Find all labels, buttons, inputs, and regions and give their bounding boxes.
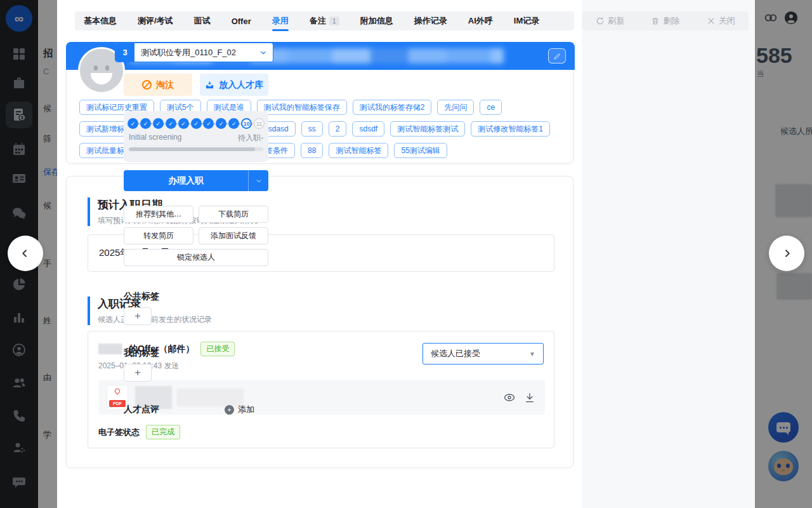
- candidate-tag[interactable]: ss: [301, 121, 323, 137]
- preview-button[interactable]: [503, 391, 516, 404]
- esign-status-badge: 已完成: [146, 425, 180, 439]
- tab-2[interactable]: 测评/考试: [138, 11, 173, 30]
- section-subtitle: 候选人正式入职前发生的状况记录: [98, 314, 212, 325]
- pipeline-step: ✓: [203, 118, 214, 129]
- candidate-tag[interactable]: 测试智能标签测试: [390, 121, 465, 137]
- candidate-tag[interactable]: sdsdf: [352, 121, 384, 137]
- tab-4[interactable]: Offer: [232, 11, 251, 30]
- my-tags-title: 我的标签: [124, 347, 159, 359]
- tab-8[interactable]: 操作记录: [414, 11, 447, 30]
- talent-pool-button[interactable]: 放入人才库: [200, 74, 268, 96]
- screen: ∞ 招C候筛保存候手姓由学 585 当 候选人所 基本信息测评/考试面试Offe…: [0, 0, 812, 508]
- close-button[interactable]: 关闭: [707, 15, 735, 27]
- esign-label: 电子签状态: [98, 427, 140, 438]
- tab-6[interactable]: 备注1: [310, 11, 339, 30]
- candidate-tag[interactable]: ce: [480, 100, 502, 115]
- plus-circle-icon: +: [225, 405, 234, 415]
- inbox-icon: [205, 80, 214, 90]
- offer-status-badge: 已接受: [200, 342, 235, 356]
- refresh-icon: [596, 17, 605, 25]
- next-candidate-button[interactable]: [769, 236, 804, 271]
- stage-name: Initial screening: [129, 133, 181, 144]
- pipeline-step: ✓: [191, 118, 202, 129]
- offer-response-select[interactable]: 候选人已接受 ▼: [422, 343, 544, 364]
- reject-label: 淘汰: [156, 79, 174, 91]
- candidate-tag[interactable]: 2: [329, 121, 347, 137]
- pipeline-step: ✓: [166, 118, 176, 129]
- pipeline-step: ✓: [178, 118, 189, 129]
- tab-7[interactable]: 附加信息: [360, 11, 393, 30]
- pipeline-steps-panel: ✓✓✓✓✓✓✓✓✓1011 Initial screening 待入职-: [124, 111, 268, 162]
- position-select[interactable]: 3 测试职位专用_0110_F_02: [115, 43, 273, 62]
- tab-label: 操作记录: [414, 15, 447, 27]
- quick-action-button[interactable]: 下载简历: [199, 206, 268, 223]
- pipeline-step: ✓: [128, 118, 138, 129]
- header-actions-strip: 刷新删除关闭: [582, 11, 749, 30]
- candidate-tag[interactable]: 先问问: [437, 100, 474, 115]
- tab-5[interactable]: 录用: [272, 11, 289, 30]
- refresh-button[interactable]: 刷新: [596, 15, 624, 27]
- trash-icon: [651, 17, 660, 25]
- candidate-tag[interactable]: 测试修改智能标签1: [471, 121, 550, 137]
- pipeline-step: ✓: [216, 118, 226, 129]
- close-icon: [707, 17, 716, 25]
- candidate-tag[interactable]: 测试我的标签存储2: [353, 100, 432, 115]
- quick-action-button[interactable]: 添加面试反馈: [199, 227, 268, 244]
- tab-10[interactable]: IM记录: [514, 11, 539, 30]
- add-public-tag-button[interactable]: +: [124, 307, 152, 325]
- position-name: 测试职位专用_0110_F_02: [134, 47, 259, 58]
- add-label: 添加: [238, 404, 254, 415]
- quick-action-button[interactable]: 转发简历: [124, 227, 193, 244]
- pipeline-step: ✓: [140, 118, 151, 129]
- tab-1[interactable]: 基本信息: [84, 11, 117, 30]
- stage-progress-bar: [129, 147, 263, 151]
- chevron-down-icon: [255, 177, 263, 185]
- previous-candidate-button[interactable]: [8, 236, 43, 271]
- candidate-detail-modal: 基本信息测评/考试面试Offer录用备注1附加信息操作记录AI外呼IM记录 刷新…: [57, 0, 755, 508]
- reject-button[interactable]: 淘汰: [124, 74, 192, 96]
- caret-down-icon: ▼: [529, 351, 535, 358]
- tab-label: AI外呼: [468, 15, 493, 27]
- eye-icon: [503, 391, 516, 404]
- chevron-right-icon: [781, 248, 792, 259]
- add-review-button[interactable]: + 添加: [225, 404, 254, 415]
- tab-label: 录用: [272, 15, 289, 27]
- candidate-name-redacted: [98, 344, 122, 354]
- chevron-down-icon: [259, 48, 268, 57]
- stage-number-badge: 3: [115, 43, 134, 62]
- public-tags-title: 公共标签: [124, 291, 159, 302]
- candidate-tag[interactable]: 88: [301, 143, 323, 158]
- tab-label: 附加信息: [360, 15, 393, 27]
- onboard-dropdown-toggle[interactable]: [248, 170, 268, 191]
- pipeline-step: ✓: [153, 118, 164, 129]
- tab-3[interactable]: 面试: [194, 11, 211, 30]
- tab-badge: 1: [329, 17, 339, 25]
- quick-actions: 推荐到其他…下载简历转发简历添加面试反馈锁定候选人: [124, 206, 268, 266]
- edit-candidate-button[interactable]: [548, 48, 566, 64]
- talent-review-title: 人才点评: [124, 404, 159, 415]
- pool-label: 放入人才库: [219, 79, 263, 91]
- tab-9[interactable]: AI外呼: [468, 11, 493, 30]
- esign-row: 电子签状态 已完成: [98, 425, 544, 439]
- pipeline-step: 10: [241, 118, 252, 129]
- detail-tabbar: 基本信息测评/考试面试Offer录用备注1附加信息操作记录AI外呼IM记录: [75, 11, 574, 30]
- quick-action-button[interactable]: 推荐到其他…: [124, 206, 193, 223]
- candidate-tag[interactable]: 测试我的智能标签保存: [257, 100, 347, 115]
- quick-action-button[interactable]: 锁定候选人: [124, 249, 268, 266]
- add-my-tag-button[interactable]: +: [124, 364, 152, 382]
- tab-label: 面试: [194, 15, 211, 27]
- download-button[interactable]: [523, 391, 536, 404]
- tab-label: IM记录: [514, 15, 539, 27]
- chevron-left-icon: [20, 248, 31, 259]
- pipeline-step: 11: [254, 118, 265, 129]
- candidate-tag[interactable]: 55测试编辑: [394, 143, 447, 158]
- delete-button[interactable]: 删除: [651, 15, 679, 27]
- pipeline-step: ✓: [228, 118, 239, 129]
- tab-label: Offer: [232, 17, 251, 26]
- ban-icon: [142, 80, 152, 90]
- offer-response-value: 候选人已接受: [431, 348, 529, 359]
- candidate-tag[interactable]: 测试智能标签: [329, 143, 388, 158]
- download-icon: [523, 391, 536, 404]
- onboard-button[interactable]: 办理入职: [124, 170, 268, 191]
- pencil-icon: [553, 52, 561, 60]
